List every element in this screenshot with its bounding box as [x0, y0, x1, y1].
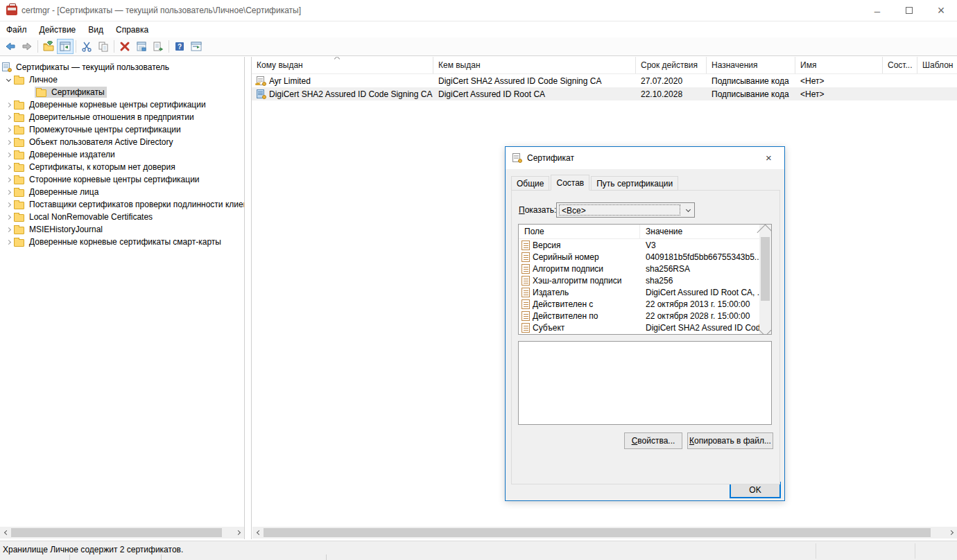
maximize-icon	[906, 7, 913, 14]
menu-file[interactable]: Файл	[0, 23, 33, 37]
tab-general[interactable]: Общие	[511, 176, 549, 191]
toolbar: ?	[0, 37, 957, 56]
expand-chevron-icon[interactable]	[3, 149, 14, 160]
fields-vertical-scrollbar[interactable]	[759, 225, 771, 334]
folder-icon	[14, 152, 24, 159]
tree-item-local-nonremovable[interactable]: Local NonRemovable Certificates	[0, 211, 244, 223]
minimize-button[interactable]: –	[861, 0, 893, 21]
tree-item-ad-user-object[interactable]: Объект пользователя Active Directory	[0, 136, 244, 148]
export-folder-button[interactable]	[40, 39, 57, 54]
expand-chevron-icon[interactable]	[3, 236, 14, 247]
scroll-left-icon[interactable]	[0, 527, 11, 539]
status-pane-tick	[161, 554, 162, 560]
copy-button[interactable]	[95, 39, 112, 54]
tree-item-trusted-roots[interactable]: Доверенные корневые центры сертификации	[0, 98, 244, 111]
show-hide-console-tree-button[interactable]	[57, 39, 74, 54]
expand-chevron-icon[interactable]	[3, 211, 14, 222]
tree-horizontal-scrollbar[interactable]	[0, 527, 244, 539]
scrollbar-thumb[interactable]	[11, 528, 222, 537]
scroll-right-icon[interactable]	[946, 527, 957, 539]
expand-chevron-icon[interactable]	[3, 74, 14, 85]
expand-chevron-icon[interactable]	[3, 99, 14, 110]
expand-chevron-icon[interactable]	[3, 186, 14, 198]
field-value-preview[interactable]	[518, 341, 772, 425]
certificate-icon	[512, 153, 522, 163]
tree-item-msie-history[interactable]: MSIEHistoryJournal	[0, 223, 244, 236]
dialog-close-button[interactable]: ×	[753, 147, 784, 168]
tree-item-label: MSIEHistoryJournal	[28, 225, 103, 234]
field-row-sig-algorithm[interactable]: Алгоритм подписи sha256RSA	[519, 263, 759, 274]
certificate-row-ayr[interactable]: Ayr Limited DigiCert SHA2 Assured ID Cod…	[252, 74, 957, 87]
tree-item-personal[interactable]: Личное	[0, 73, 244, 86]
tree-item-untrusted[interactable]: Сертификаты, к которым нет доверия	[0, 161, 244, 173]
folder-icon	[14, 189, 24, 197]
column-status[interactable]: Сост...	[883, 57, 917, 73]
menu-view[interactable]: Вид	[82, 23, 110, 37]
tree-item-intermediate[interactable]: Промежуточные центры сертификации	[0, 123, 244, 136]
field-row-version[interactable]: Версия V3	[519, 239, 759, 251]
menu-help[interactable]: Справка	[110, 23, 155, 37]
scroll-right-icon[interactable]	[233, 527, 244, 539]
toolbar-separator	[37, 40, 38, 53]
forward-button[interactable]	[19, 39, 35, 54]
column-value[interactable]: Значение	[640, 227, 682, 236]
expand-chevron-icon[interactable]	[3, 112, 14, 123]
maximize-button[interactable]	[893, 0, 925, 21]
column-expiry[interactable]: Срок действия	[636, 57, 707, 73]
tree-item-label: Сторонние корневые центры сертификации	[28, 175, 200, 184]
copy-to-file-button[interactable]: Копировать в файл...	[687, 432, 773, 449]
scrollbar-thumb[interactable]	[761, 237, 770, 301]
scroll-down-icon[interactable]	[759, 322, 771, 334]
column-name[interactable]: Имя	[795, 57, 883, 73]
expand-chevron-icon[interactable]	[3, 124, 14, 135]
tab-certification-path[interactable]: Путь сертификации	[591, 176, 678, 191]
field-row-valid-from[interactable]: Действителен с 22 октября 2013 г. 15:00:…	[519, 298, 759, 310]
scroll-up-icon[interactable]	[759, 225, 771, 236]
column-issued-to[interactable]: Кому выдан	[252, 57, 433, 73]
field-row-serial[interactable]: Серийный номер 0409181b5fd5bb66755343b5.…	[519, 251, 759, 263]
tree-selection-highlight: Сертификаты	[35, 87, 107, 98]
expand-chevron-icon[interactable]	[3, 174, 14, 185]
cut-button[interactable]	[78, 39, 95, 54]
list-horizontal-scrollbar[interactable]	[252, 527, 957, 539]
scroll-left-icon[interactable]	[252, 527, 264, 539]
tree-item-client-auth-issuers[interactable]: Поставщики сертификатов проверки подлинн…	[0, 198, 244, 211]
menu-action[interactable]: Действие	[33, 23, 83, 37]
back-button[interactable]	[2, 39, 19, 54]
expand-chevron-icon[interactable]	[3, 161, 14, 173]
expand-chevron-icon[interactable]	[3, 224, 14, 235]
field-row-hash-algorithm[interactable]: Хэш-алгоритм подписи sha256	[519, 274, 759, 286]
tab-details[interactable]: Состав	[551, 175, 589, 191]
scrollbar-thumb[interactable]	[264, 528, 931, 537]
field-row-subject[interactable]: Субъект DigiCert SHA2 Assured ID Cod	[519, 322, 759, 333]
column-template[interactable]: Шаблон	[917, 57, 956, 73]
expand-chevron-icon[interactable]	[3, 199, 14, 210]
copy-icon	[98, 41, 109, 52]
toolbar-separator	[114, 40, 114, 53]
column-issued-by[interactable]: Кем выдан	[433, 57, 636, 73]
console-tree-pane: Сертификаты — текущий пользователь Лично…	[0, 57, 245, 539]
field-row-valid-to[interactable]: Действителен по 22 октября 2028 г. 15:00…	[519, 310, 759, 322]
properties-button[interactable]: Свойства...	[624, 432, 682, 449]
show-hide-action-pane-button[interactable]	[188, 39, 205, 54]
column-purpose[interactable]: Назначения	[707, 57, 795, 73]
properties-button[interactable]	[133, 39, 150, 54]
tree-item-trusted-people[interactable]: Доверенные лица	[0, 186, 244, 198]
tree-item-certificates-selected[interactable]: Сертификаты	[0, 86, 244, 98]
column-field[interactable]: Поле	[519, 225, 640, 239]
tree-item-smartcard-roots[interactable]: Доверенные корневые сертификаты смарт-ка…	[0, 236, 244, 248]
tree-item-label: Поставщики сертификатов проверки подлинн…	[28, 200, 245, 209]
show-filter-combobox[interactable]: <Все>	[556, 202, 695, 218]
certificate-row-digicert-selected[interactable]: DigiCert SHA2 Assured ID Code Signing CA…	[252, 87, 957, 100]
close-button[interactable]: ×	[925, 0, 957, 21]
field-row-issuer[interactable]: Издатель DigiCert Assured ID Root CA, ..…	[519, 286, 759, 298]
export-list-button[interactable]	[150, 39, 166, 54]
tree-item-trusted-publishers[interactable]: Доверенные издатели	[0, 148, 244, 161]
tree-item-enterprise-trust[interactable]: Доверительные отношения в предприятии	[0, 111, 244, 123]
tree-item-thirdparty-roots[interactable]: Сторонние корневые центры сертификации	[0, 173, 244, 186]
tree-item-root[interactable]: Сертификаты — текущий пользователь	[0, 61, 244, 73]
help-button[interactable]: ?	[171, 39, 188, 54]
chevron-down-icon[interactable]	[682, 209, 694, 211]
delete-button[interactable]	[117, 39, 133, 54]
expand-chevron-icon[interactable]	[3, 137, 14, 148]
